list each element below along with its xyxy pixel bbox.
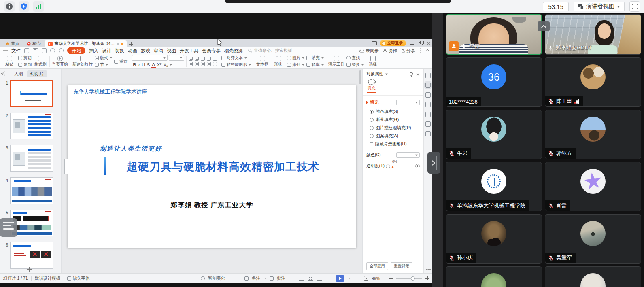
participant-tile[interactable]: 吴重军: [545, 214, 641, 264]
slideshow-play-button[interactable]: [336, 275, 344, 282]
panel-tool-icon-2[interactable]: [425, 83, 431, 88]
slide-thumbnail-2[interactable]: [10, 113, 53, 139]
slide-thumbnail-6[interactable]: [10, 242, 53, 269]
minimize-button[interactable]: [409, 41, 415, 45]
zoom-out-button[interactable]: [389, 276, 393, 280]
menu-view[interactable]: 视图: [167, 48, 176, 54]
view-mode-button[interactable]: 演讲者视图: [574, 2, 625, 11]
collapse-ribbon-icon[interactable]: [426, 49, 430, 53]
restore-button[interactable]: [418, 41, 424, 45]
comments-toggle[interactable]: 批注: [277, 276, 285, 281]
command-search[interactable]: 查找命令、搜索模板: [248, 48, 292, 53]
panel-tool-icon-3[interactable]: [425, 92, 431, 98]
design-template-status[interactable]: 默认设计模板: [35, 276, 60, 281]
strikethrough-button[interactable]: S: [146, 62, 151, 67]
superscript-button[interactable]: X²: [156, 62, 162, 67]
slide-editor[interactable]: 东华大学机械工程学院学术讲座 制造让人类生活更好 超硬刀具与硬脆材料高效精密加工…: [68, 85, 356, 248]
panel-tool-icon-7[interactable]: [425, 131, 431, 136]
menu-devtools[interactable]: 开发工具: [180, 48, 198, 54]
fill-type-select[interactable]: [396, 100, 420, 105]
participant-tile[interactable]: 郭纯方: [545, 110, 641, 159]
meeting-security-button[interactable]: [19, 1, 29, 12]
tab-wps-home[interactable]: 首页: [2, 40, 23, 47]
paste-button[interactable]: 粘贴: [2, 56, 16, 67]
plus-icon[interactable]: [415, 164, 420, 168]
columns-icon[interactable]: [213, 62, 217, 66]
panel-tool-icon-1[interactable]: [425, 73, 431, 78]
align-left-icon[interactable]: [189, 62, 193, 66]
menu-slideshow[interactable]: 放映: [141, 48, 150, 54]
line-spacing-icon[interactable]: [213, 57, 217, 61]
sync-status[interactable]: 未同步: [359, 48, 379, 54]
picture-button[interactable]: 图片: [287, 55, 304, 61]
present-tools-button[interactable]: 演示工具: [328, 56, 344, 67]
participant-tile[interactable]: 36 182****4236: [446, 57, 542, 107]
participant-tile[interactable]: 郑李娟@GDUT: [545, 14, 641, 55]
participant-tile[interactable]: 陈玉田: [545, 57, 641, 107]
collapse-panel-icon[interactable]: [2, 72, 6, 76]
underline-button[interactable]: U: [141, 62, 146, 67]
participant-tile[interactable]: 孙小庆: [446, 214, 542, 264]
undo-icon[interactable]: [50, 48, 55, 53]
section-button[interactable]: 节: [95, 62, 112, 68]
shapes-button[interactable]: 形状: [271, 56, 285, 67]
numbered-list-icon[interactable]: [195, 57, 199, 61]
panel-tool-icon-5[interactable]: [425, 112, 431, 117]
menu-insert[interactable]: 插入: [89, 48, 98, 54]
print-icon[interactable]: [42, 48, 47, 53]
format-painter-button[interactable]: 格式刷: [34, 56, 47, 67]
panel-tool-icon-6[interactable]: [425, 121, 431, 127]
fill-tab[interactable]: 填充: [366, 79, 376, 93]
slide-thumbnail-1[interactable]: [10, 80, 53, 107]
menu-animation[interactable]: 动画: [128, 48, 137, 54]
participant-tile[interactable]: 牛岩: [446, 110, 542, 159]
zoom-in-button[interactable]: [425, 276, 429, 280]
collaborate-button[interactable]: 协作: [383, 48, 397, 54]
more-tools-icon[interactable]: [426, 269, 427, 270]
align-text-button[interactable]: 对齐文本: [221, 55, 251, 61]
transparency-slider[interactable]: 0%: [386, 164, 420, 168]
meeting-info-button[interactable]: [4, 1, 15, 12]
pin-icon[interactable]: [410, 72, 413, 76]
reset-button[interactable]: 重置: [114, 59, 128, 64]
menu-design[interactable]: 设计: [102, 48, 111, 54]
tab-docer[interactable]: 稻壳: [23, 40, 45, 47]
notes-toggle[interactable]: 备注: [252, 276, 260, 281]
zoom-level[interactable]: 99%: [372, 276, 380, 281]
menu-review[interactable]: 审阅: [154, 48, 163, 54]
reading-view-icon[interactable]: [317, 276, 322, 281]
panel-collapse-handle[interactable]: [427, 152, 440, 174]
more-menu-icon[interactable]: [420, 50, 421, 51]
close-button[interactable]: [427, 41, 431, 45]
add-slide-button[interactable]: [27, 267, 32, 272]
tab-slides[interactable]: 幻灯片: [27, 70, 47, 77]
tab-document[interactable]: P 东华大学机学术讲...郑李娟 0426: [45, 40, 127, 47]
save-icon[interactable]: [24, 48, 29, 53]
option-pattern-fill[interactable]: 图案填充(A): [370, 133, 420, 139]
fullscreen-button[interactable]: [629, 1, 640, 12]
share-button[interactable]: 分享: [401, 48, 415, 54]
increase-indent-icon[interactable]: [207, 57, 211, 61]
find-button[interactable]: 查找: [346, 55, 364, 61]
option-gradient-fill[interactable]: 渐变填充(G): [370, 117, 420, 123]
menu-transition[interactable]: 切换: [115, 48, 124, 54]
option-texture-fill[interactable]: 图片或纹理填充(P): [370, 125, 420, 131]
select-button[interactable]: 选择: [366, 56, 380, 67]
slide-thumbnail-3[interactable]: [10, 145, 53, 172]
fit-slide-icon[interactable]: [364, 276, 368, 281]
italic-button[interactable]: I: [137, 62, 141, 67]
participant-tile-partial[interactable]: [446, 266, 542, 287]
missing-fonts-status[interactable]: 缺失字体: [73, 276, 90, 281]
menu-home[interactable]: 开始: [67, 47, 85, 54]
copy-button[interactable]: 复制: [18, 62, 32, 68]
export-icon[interactable]: [33, 48, 38, 53]
slide-thumbnail-4[interactable]: [10, 177, 53, 204]
align-center-icon[interactable]: [195, 62, 199, 66]
fill-button[interactable]: 填充: [306, 55, 324, 61]
participant-tile[interactable]: 季霞: [446, 14, 542, 55]
play-from-page-button[interactable]: 当页开始: [52, 56, 68, 67]
bullet-list-icon[interactable]: [189, 57, 193, 61]
participant-tile-partial[interactable]: [545, 266, 641, 287]
justify-icon[interactable]: [207, 62, 211, 66]
tab-outline[interactable]: 大纲: [14, 71, 23, 77]
